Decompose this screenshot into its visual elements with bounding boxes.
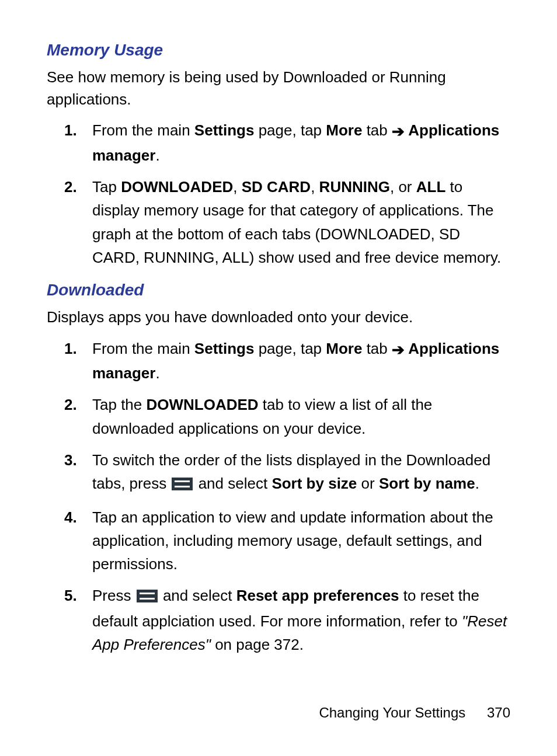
arrow-icon: ➔ <box>392 338 405 361</box>
footer-chapter: Changing Your Settings <box>319 705 465 720</box>
bold: Sort by size <box>271 475 357 492</box>
step-number: 1. <box>64 337 77 360</box>
bold: More <box>326 121 362 139</box>
step-number: 4. <box>64 506 77 529</box>
step-2: 2. Tap DOWNLOADED, SD CARD, RUNNING, or … <box>64 175 510 269</box>
text: From the main <box>92 121 194 139</box>
page-footer: Changing Your Settings 370 <box>0 705 557 721</box>
text: page, tap <box>254 121 326 139</box>
bold: DOWNLOADED <box>121 178 233 196</box>
steps-downloaded: 1. From the main Settings page, tap More… <box>47 337 510 657</box>
menu-icon <box>137 586 158 609</box>
arrow-icon: ➔ <box>392 120 405 143</box>
step-number: 2. <box>64 393 77 416</box>
text: , <box>311 178 319 196</box>
step-1: 1. From the main Settings page, tap More… <box>64 337 510 385</box>
text: From the main <box>92 340 194 357</box>
bold: Settings <box>194 121 255 139</box>
text: and select <box>194 475 271 492</box>
bold: RUNNING <box>319 178 390 196</box>
step-1: 1. From the main Settings page, tap More… <box>64 119 510 167</box>
step-3: 3. To switch the order of the lists disp… <box>64 448 510 497</box>
bold: More <box>326 340 362 357</box>
text: Tap the <box>92 396 147 413</box>
step-2: 2. Tap the DOWNLOADED tab to view a list… <box>64 393 510 440</box>
svg-rect-1 <box>175 480 190 482</box>
text: . <box>155 147 159 164</box>
text: or <box>357 475 379 492</box>
text: , <box>233 178 241 196</box>
lead-memory-usage: See how memory is being used by Download… <box>47 67 510 110</box>
svg-rect-4 <box>140 593 155 594</box>
step-number: 5. <box>64 584 77 607</box>
text: Tap <box>92 178 121 196</box>
step-number: 1. <box>64 119 77 142</box>
svg-rect-2 <box>175 486 190 487</box>
text: Tap an application to view and update in… <box>92 508 493 573</box>
bold: Sort by name <box>379 475 475 492</box>
lead-downloaded: Displays apps you have downloaded onto y… <box>47 306 510 329</box>
bold: ALL <box>416 178 446 196</box>
step-number: 2. <box>64 175 77 198</box>
step-5: 5. Press and select Reset app preference… <box>64 584 510 656</box>
footer-page-number: 370 <box>487 705 510 721</box>
svg-rect-3 <box>137 590 158 602</box>
steps-memory-usage: 1. From the main Settings page, tap More… <box>47 119 510 269</box>
heading-downloaded: Downloaded <box>47 281 510 299</box>
bold: SD CARD <box>242 178 311 196</box>
svg-rect-0 <box>172 478 193 490</box>
bold: Reset app preferences <box>236 587 399 604</box>
text: , or <box>390 178 416 196</box>
text: . <box>155 364 159 382</box>
text: tab <box>362 340 392 357</box>
heading-memory-usage: Memory Usage <box>47 41 510 60</box>
svg-rect-5 <box>140 598 155 600</box>
text: Press <box>92 587 135 604</box>
text: and select <box>159 587 236 604</box>
text: on page 372. <box>211 636 304 653</box>
bold: Settings <box>194 340 255 357</box>
text: page, tap <box>254 340 326 357</box>
bold: DOWNLOADED <box>147 396 259 413</box>
text: tab <box>362 121 392 139</box>
menu-icon <box>172 473 193 497</box>
step-4: 4. Tap an application to view and update… <box>64 506 510 576</box>
text: . <box>475 475 479 492</box>
step-number: 3. <box>64 448 77 472</box>
